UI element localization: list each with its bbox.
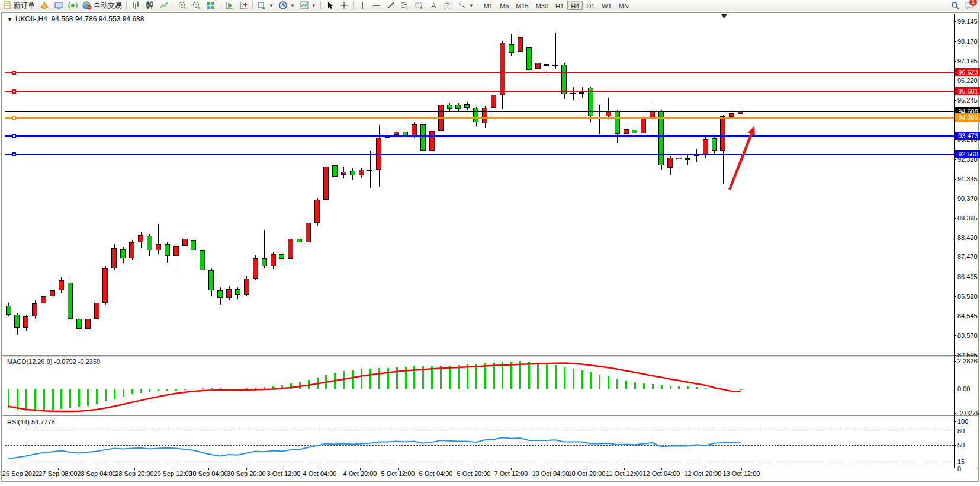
profile-add-icon — [239, 1, 248, 10]
zoom-in-button[interactable] — [175, 1, 189, 11]
time-axis-label: 12 Oct 20:00 — [685, 470, 722, 477]
time-axis-label: 4 Oct 04:00 — [303, 470, 337, 477]
arrows-tool-button[interactable]: ▼ — [455, 1, 476, 11]
autotrading-button[interactable]: 自动交易 — [80, 1, 124, 11]
timeframe-button-h1[interactable]: H1 — [552, 1, 567, 10]
price-tick-label: 88.420 — [957, 234, 980, 241]
macd-histogram-bar — [25, 389, 27, 411]
timeframe-button-m30[interactable]: M30 — [532, 1, 552, 10]
macd-histogram-bar — [193, 389, 195, 389]
zoom-out-button[interactable] — [189, 1, 204, 11]
price-tick-mark — [954, 218, 956, 219]
candle — [332, 165, 338, 177]
timeframe-button-m5[interactable]: M5 — [496, 1, 512, 10]
signals-button[interactable] — [66, 1, 80, 11]
candle — [226, 289, 232, 298]
price-axis-border — [954, 14, 955, 468]
period-button[interactable]: ▼ — [276, 1, 297, 11]
symbol-dropdown-icon[interactable]: ▼ — [7, 17, 12, 23]
new-order-button[interactable]: 新订单 — [0, 1, 37, 11]
period-icon — [278, 1, 288, 10]
chat-button[interactable]: 1 — [962, 1, 976, 11]
timeframe-button-w1[interactable]: W1 — [598, 1, 615, 10]
candle — [297, 239, 302, 242]
time-axis-label: 28 Sep 04:00 — [77, 470, 115, 477]
price-tick-mark — [954, 316, 956, 316]
candlestick-chart-icon — [145, 1, 155, 10]
pane-divider-rsi[interactable] — [2, 415, 978, 417]
macd-histogram-bar — [334, 373, 336, 389]
candle — [367, 170, 372, 171]
price-tick-label: 96.220 — [957, 77, 980, 84]
level-line-handle[interactable] — [12, 71, 16, 75]
candle — [420, 124, 426, 151]
candle — [129, 242, 134, 258]
timeframe-button-m1[interactable]: M1 — [480, 1, 496, 10]
candle-wick — [555, 33, 556, 69]
bar-chart-button[interactable] — [128, 1, 143, 11]
horizontal-level-line[interactable] — [5, 117, 954, 119]
candle — [138, 235, 143, 242]
profile-button[interactable] — [222, 1, 236, 11]
rsi-tick-mark — [954, 431, 956, 431]
profile-add-button[interactable] — [236, 1, 250, 11]
candlestick-chart-button[interactable] — [143, 1, 157, 11]
plot-area[interactable]: ▼UKOil-,H4 94.568 94.786 94.553 94.688 M… — [2, 13, 978, 480]
trend-arrow-annotation[interactable] — [730, 129, 753, 190]
line-chart-button[interactable] — [157, 1, 171, 11]
text-label-tool-button[interactable]: T — [441, 1, 455, 11]
price-badge: 95.681 — [955, 87, 980, 95]
channel-tool-button[interactable]: F — [412, 1, 426, 11]
market-watch-button[interactable] — [52, 1, 66, 11]
macd-histogram-bar — [590, 372, 592, 389]
template-button[interactable]: ▼ — [297, 1, 319, 11]
time-axis-label: 13 Oct 12:00 — [723, 470, 760, 477]
candle — [615, 111, 620, 134]
vertical-line-tool-button[interactable] — [355, 1, 369, 11]
charts-button[interactable] — [37, 1, 52, 11]
level-line-handle[interactable] — [12, 152, 16, 156]
horizontal-level-line[interactable] — [5, 72, 954, 73]
candle — [394, 132, 399, 135]
arrows-icon — [457, 1, 467, 10]
toolbar-separator — [126, 1, 127, 9]
macd-axis-label: -2.0279 — [957, 410, 980, 417]
toolbar-separator — [220, 1, 220, 9]
horizontal-level-line[interactable] — [5, 111, 954, 112]
cursor-tool-button[interactable] — [323, 1, 337, 11]
time-axis-label: 12 Oct 04:00 — [643, 470, 680, 477]
add-chart-button[interactable]: ▼ — [255, 1, 276, 11]
template-icon — [300, 1, 309, 10]
tile-windows-button[interactable] — [204, 1, 218, 11]
horizontal-line-tool-button[interactable] — [369, 1, 384, 11]
macd-histogram-bar — [184, 389, 186, 390]
search-button[interactable] — [948, 1, 962, 11]
time-axis-label: 26 Sep 2022 — [2, 470, 39, 477]
candle — [473, 108, 478, 122]
macd-histogram-bar — [369, 369, 371, 389]
candle — [455, 105, 461, 109]
chart-shift-marker-icon[interactable] — [721, 14, 727, 18]
timeframe-button-mn[interactable]: MN — [615, 1, 632, 10]
level-line-handle[interactable] — [12, 116, 16, 120]
macd-histogram-bar — [678, 386, 680, 389]
macd-histogram-bar — [405, 367, 407, 389]
timeframe-button-m15[interactable]: M15 — [512, 1, 532, 10]
timeframe-button-h4[interactable]: H4 — [567, 1, 583, 10]
pane-divider-macd[interactable] — [2, 355, 978, 357]
horizontal-level-line[interactable] — [5, 135, 954, 137]
horizontal-level-line[interactable] — [5, 154, 954, 155]
price-badge: 96.623 — [955, 68, 980, 76]
macd-label: MACD(12,26,9) -0.0792 -0.2359 — [7, 358, 100, 365]
time-axis-label: 30 Sep 20:00 — [227, 470, 265, 477]
text-tool-button[interactable]: A — [426, 1, 441, 11]
fibonacci-tool-button[interactable]: E — [398, 1, 412, 11]
level-line-handle[interactable] — [12, 89, 16, 94]
timeframe-button-d1[interactable]: D1 — [583, 1, 598, 10]
chevron-down-icon: ▼ — [269, 3, 274, 8]
level-line-handle[interactable] — [12, 134, 16, 138]
horizontal-level-line[interactable] — [5, 91, 954, 92]
crosshair-tool-button[interactable] — [337, 1, 351, 11]
chevron-down-icon: ▼ — [311, 3, 316, 8]
trendline-tool-button[interactable] — [384, 1, 398, 11]
